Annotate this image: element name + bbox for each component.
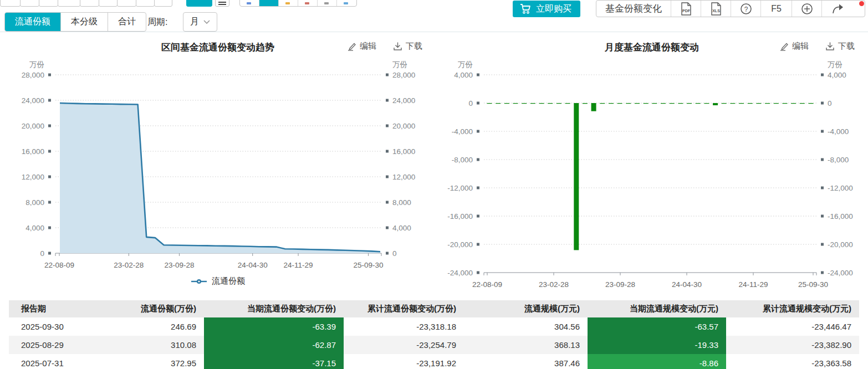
table-cell: -23,363.58 [726,354,859,369]
table-header-cell: 当期流通规模变动(万元) [588,300,726,317]
tab-circulating-shares[interactable]: 流通份额 [5,13,61,31]
chevron-down-icon [203,20,210,24]
charts-section: 区间基金流通份额变动趋势 编辑 下载 28,000 [0,32,868,297]
cut-off-tab[interactable] [154,0,172,7]
right-chart-edit-button[interactable]: 编辑 [779,41,809,52]
cut-off-button-active[interactable] [259,0,279,6]
svg-text:-20,000: -20,000 [828,240,853,249]
cut-off-button[interactable] [298,0,318,6]
svg-text:16,000: 16,000 [392,147,415,156]
svg-text:24,000: 24,000 [392,96,415,105]
svg-text:25-09-30: 25-09-30 [353,261,383,269]
cut-off-button[interactable] [318,0,337,6]
table-cell: -23,254.79 [344,336,464,354]
left-chart-edit-button[interactable]: 编辑 [347,41,376,52]
table-cell: 2025-07-31 [9,354,94,369]
svg-text:28,000: 28,000 [392,71,415,79]
svg-text:4,000: 4,000 [828,71,846,79]
xls-export-button[interactable]: XLS [701,1,731,17]
monthly-bar-chart[interactable]: 4,0004,00000-4,000-4,000-8,000-8,000-12,… [436,55,866,295]
table-header-cell: 累计流通规模变动(万元) [726,300,859,317]
svg-text:0: 0 [392,249,397,258]
svg-text:4,000: 4,000 [392,224,411,232]
help-button[interactable]: ? [731,1,761,17]
svg-text:0: 0 [468,99,473,107]
cut-off-tab[interactable] [117,0,136,7]
svg-text:23-09-28: 23-09-28 [164,261,194,269]
trend-area-chart[interactable]: 28,00028,00024,00024,00020,00020,00016,0… [0,55,432,273]
svg-text:28,000: 28,000 [22,71,44,79]
cut-off-tab[interactable] [80,0,99,7]
table-row[interactable]: 2025-09-30246.69-63.39-23,318.18304.56-6… [9,317,859,336]
svg-text:-24,000: -24,000 [447,269,473,277]
cut-off-tab[interactable] [136,0,155,7]
svg-text:24-11-29: 24-11-29 [284,261,313,269]
svg-text:-4,000: -4,000 [828,127,849,136]
svg-text:25-09-30: 25-09-30 [798,280,828,289]
refresh-f5-button[interactable]: F5 [761,1,792,17]
legend-label: 流通份额 [212,276,245,286]
svg-text:-12,000: -12,000 [828,184,853,192]
svg-text:22-08-09: 22-08-09 [44,261,74,269]
pdf-export-button[interactable]: PDF [671,1,701,17]
svg-text:20,000: 20,000 [392,122,415,130]
buy-now-button[interactable]: 立即购买 [513,1,580,17]
table-cell: 368.13 [464,336,588,354]
plus-circle-icon [800,2,814,16]
period-dropdown[interactable]: 月 [183,12,217,32]
fund-share-change-button[interactable]: 基金份额变化 [596,1,671,17]
svg-text:23-09-28: 23-09-28 [605,280,635,289]
edit-label: 编辑 [792,41,809,52]
menu-icon[interactable] [215,0,229,7]
tab-this-class[interactable]: 本分级 [61,13,108,31]
table-row[interactable]: 2025-07-31372.95-37.15-23,191.92387.46-8… [9,354,859,369]
cut-off-button[interactable] [240,0,259,6]
svg-text:16,000: 16,000 [22,147,44,156]
change-value-cell: -63.39 [204,317,344,336]
svg-text:万份: 万份 [828,60,843,69]
cut-off-tab[interactable] [39,0,58,7]
svg-text:万份: 万份 [392,60,407,69]
table-cell: 246.69 [94,317,204,336]
cut-off-tab[interactable] [99,0,118,7]
table-header-cell: 报告期 [9,300,94,317]
notification-dot [859,1,864,6]
cut-off-button[interactable] [279,0,298,6]
table-header-cell: 流通规模(万元) [464,300,588,317]
svg-text:12,000: 12,000 [22,173,44,181]
cut-off-tab-active[interactable] [186,0,212,7]
shopping-cart-icon [519,3,532,14]
svg-text:-8,000: -8,000 [828,156,849,164]
svg-text:20,000: 20,000 [22,122,44,130]
table-cell: 372.95 [94,354,204,369]
svg-text:24-11-29: 24-11-29 [738,280,768,289]
share-arrow-icon [831,2,845,16]
svg-text:-8,000: -8,000 [452,156,473,164]
tab-total[interactable]: 合计 [108,13,146,31]
cut-off-tab[interactable] [20,0,39,7]
left-chart-legend[interactable]: 流通份额 [0,276,436,286]
table-cell: 304.56 [464,317,588,336]
xls-icon: XLS [709,2,723,16]
report-table: 报告期流通份额(万份)当期流通份额变动(万份)累计流通份额变动(万份)流通规模(… [9,300,859,369]
svg-text:-12,000: -12,000 [447,184,473,192]
svg-text:24,000: 24,000 [22,96,44,105]
table-cell: -23,191.92 [344,354,464,369]
legend-line-marker [191,278,207,285]
table-header-cell: 流通份额(万份) [94,300,204,317]
table-header-cell: 当期流通份额变动(万份) [204,300,344,317]
download-icon [825,42,835,51]
svg-text:4,000: 4,000 [25,224,44,232]
table-cell: 387.46 [464,354,588,369]
svg-text:-4,000: -4,000 [452,127,473,136]
cut-off-tab[interactable] [58,0,80,7]
cut-off-tab[interactable] [0,0,21,7]
svg-text:23-02-28: 23-02-28 [114,261,144,269]
table-row[interactable]: 2025-08-29310.08-62.87-23,254.79368.13-1… [9,336,859,354]
left-chart-download-button[interactable]: 下载 [393,41,422,52]
download-label: 下载 [838,41,855,52]
cut-off-button[interactable] [337,0,356,6]
right-chart-download-button[interactable]: 下载 [825,41,855,52]
add-button[interactable] [792,1,822,17]
share-button[interactable] [822,1,854,17]
